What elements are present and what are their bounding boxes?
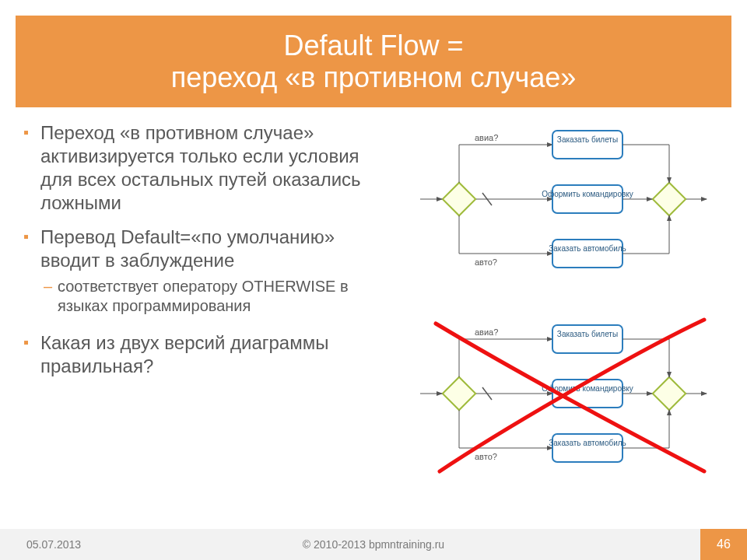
svg-text:авиа?: авиа?: [475, 327, 498, 337]
gateway-close-icon: [653, 377, 686, 410]
svg-rect-1: [653, 183, 686, 215]
condition-label: авиа?: [475, 133, 498, 142]
slide-footer: 05.07.2013 © 2010-2013 bpmntraining.ru 4…: [0, 529, 747, 560]
sub-bullet-item: соответствует оператору OTHERWISE в язык…: [40, 277, 389, 320]
bullet-item: Какая из двух версий диаграммы правильна…: [23, 331, 389, 389]
bpmn-diagram: авиа? Заказать билеты Оформить командиро…: [397, 121, 708, 495]
gateway-open-icon: [443, 377, 475, 410]
slide-title: Default Flow = переход «в противном случ…: [16, 16, 731, 107]
page-number: 46: [700, 529, 747, 560]
bullet-item: Перевод Default=«по умолчанию» вводит в …: [23, 226, 389, 331]
svg-text:авто?: авто?: [475, 452, 497, 461]
svg-text:Оформить командировку: Оформить командировку: [542, 190, 633, 198]
footer-date: 05.07.2013: [0, 538, 81, 551]
svg-rect-10: [653, 377, 686, 410]
footer-copyright: © 2010-2013 bpmntraining.ru: [303, 538, 444, 551]
svg-text:Заказать автомобиль: Заказать автомобиль: [549, 439, 626, 447]
condition-label: авто?: [475, 257, 497, 267]
svg-text:Заказать билеты: Заказать билеты: [557, 135, 618, 144]
bullet-item: Переход «в противном случае» активизируе…: [23, 121, 389, 226]
svg-rect-0: [443, 183, 475, 215]
svg-text:Заказать автомобиль: Заказать автомобиль: [549, 244, 626, 253]
bullet-list: Переход «в противном случае» активизируе…: [23, 121, 389, 495]
svg-text:Заказать билеты: Заказать билеты: [557, 330, 618, 338]
gateway-open-icon: [443, 183, 475, 215]
svg-rect-9: [443, 377, 475, 410]
gateway-close-icon: [653, 183, 686, 215]
